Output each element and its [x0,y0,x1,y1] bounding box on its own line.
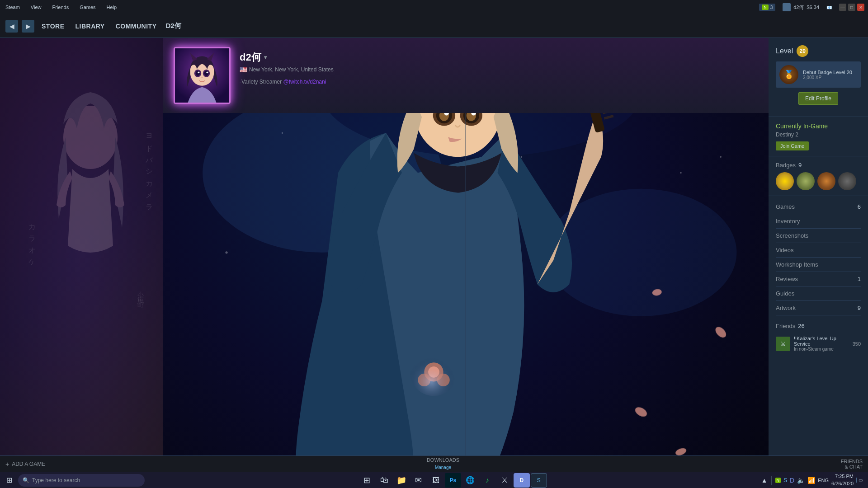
friend-item[interactable]: ⚔ !!Kalizar's Level Up Service In non-St… [776,333,861,354]
friends-chat-label: FRIENDS& CHAT [841,459,863,469]
menu-steam[interactable]: Steam [4,5,22,10]
stat-games[interactable]: Games 6 [776,200,861,214]
clock-time: 7:25 PM [835,474,854,479]
taskbar-app-steam[interactable]: S [531,473,547,488]
minimize-button[interactable]: — [839,4,846,11]
join-game-button[interactable]: Join Game [776,141,809,150]
add-game-button[interactable]: + ADD A GAME [5,460,45,468]
svg-point-55 [410,348,458,396]
taskbar-app-discord[interactable]: D [514,473,530,488]
badges-section: Badges 9 [769,156,868,196]
friend-avatar: ⚔ [776,337,790,351]
taskbar-app-mail[interactable]: ✉ [410,473,427,488]
tray-count: 3 [770,5,773,10]
title-bar: Steam View Friends Games Help N 3 d2何 $6… [0,0,868,14]
clock-date: 6/26/2020 [831,481,854,486]
location-text: New York, New York, United States [249,66,334,73]
tray-balance: $6.34 [807,5,819,10]
level-badge: 20 [797,45,808,57]
taskbar-app-photos[interactable]: 🖼 [428,473,444,488]
titlebar-right: N 3 d2何 $6.34 📧 — □ ✕ [759,3,864,11]
stat-videos[interactable]: Videos [776,243,861,258]
forward-button[interactable]: ▶ [22,20,34,33]
avatar-container [174,47,231,104]
taskbar-app-photoshop[interactable]: Ps [445,473,461,488]
taskbar-app-spotify[interactable]: ♪ [479,473,495,488]
stat-reviews[interactable]: Reviews 1 [776,272,861,286]
badge-row [776,172,861,190]
svg-point-24 [521,156,523,158]
flag-icon: 🇺🇸 [240,66,247,73]
main-content: カラオケ ヨドバシカメラ 小伝馬町 [0,38,868,472]
level-section: Level 20 🏅 Debut Badge Level 20 2,000 XP… [769,38,868,117]
friend-info: !!Kalizar's Level Up Service In non-Stea… [794,336,849,352]
nvidia-icon: N [762,5,769,10]
profile-dropdown-arrow[interactable]: ▾ [264,54,267,61]
system-clock: 7:25 PM 6/26/2020 [831,473,854,487]
search-bar[interactable]: 🔍 Type here to search [18,474,145,487]
stat-guides[interactable]: Guides [776,286,861,301]
debut-badge-xp: 2,000 XP [803,75,857,80]
edit-profile-button[interactable]: Edit Profile [798,92,838,105]
taskbar-app-store[interactable]: 🛍 [376,473,392,488]
friend-status: In non-Steam game [794,347,849,352]
back-button[interactable]: ◀ [5,20,18,33]
menu-games[interactable]: Games [78,5,97,10]
debut-badge-name: Debut Badge Level 20 [803,70,857,75]
tray-lang[interactable]: ENG [818,478,829,483]
stat-workshop[interactable]: Workshop Items [776,258,861,272]
svg-point-22 [720,156,722,158]
search-icon: 🔍 [23,477,29,483]
badge-gold[interactable] [776,172,794,190]
maximize-button[interactable]: □ [848,4,855,11]
tray-network[interactable]: 📶 [807,477,815,484]
taskbar-app-explorer[interactable]: 📁 [393,473,410,488]
jp-text-2: ヨドバシカメラ [144,128,154,211]
tray-small-icon: 📧 [826,5,832,10]
twitch-link[interactable]: @twitch.tv/d2nani [283,79,326,85]
community-nav-link[interactable]: COMMUNITY [112,21,160,32]
taskbar-app-chrome[interactable]: 🌐 [462,473,478,488]
stat-screenshots[interactable]: Screenshots [776,229,861,243]
taskbar-app-taskview[interactable]: ⊞ [359,473,375,488]
window-controls: — □ ✕ [839,4,864,11]
tray-chevron[interactable]: ▲ [761,477,768,484]
friend-name: !!Kalizar's Level Up Service [794,336,849,347]
downloads-area: DOWNLOADS Manage [427,457,459,471]
badge-dark[interactable] [838,172,856,190]
stats-section: Games 6 Inventory Screenshots Videos Wor… [769,196,868,319]
friends-chat-button[interactable]: FRIENDS& CHAT [841,459,863,469]
store-nav-link[interactable]: STORE [38,21,68,32]
avatar-image [175,48,229,103]
badges-title: Badges 9 [776,162,861,169]
menu-friends[interactable]: Friends [50,5,71,10]
show-desktop[interactable]: ▭ [856,478,863,483]
plus-icon: + [5,460,9,468]
add-game-label: ADD A GAME [12,461,45,467]
debut-badge-info: Debut Badge Level 20 2,000 XP [803,70,857,80]
close-button[interactable]: ✕ [857,4,864,11]
profile-artwork [163,113,769,472]
profile-location: 🇺🇸 New York, New York, United States [240,66,758,73]
svg-point-8 [196,71,200,76]
tray-volume[interactable]: 🔈 [797,477,805,484]
bottom-bar: + ADD A GAME DOWNLOADS Manage FRIENDS& C… [0,455,868,472]
start-button[interactable]: ⊞ [2,473,16,488]
library-nav-link[interactable]: LIBRARY [71,21,108,32]
profile-info: d2何 ▾ 🇺🇸 New York, New York, United Stat… [240,47,758,85]
navbar-username[interactable]: D2何 [166,22,181,30]
stat-artwork[interactable]: Artwork 9 [776,301,861,315]
stat-inventory[interactable]: Inventory [776,214,861,229]
bio-text: -Variety Streamer [240,79,282,85]
svg-point-10 [198,71,199,73]
jp-text-1: カラオケ [27,219,37,266]
menu-help[interactable]: Help [105,5,119,10]
taskbar-app-destiny[interactable]: ⚔ [496,473,513,488]
menu-view[interactable]: View [29,5,43,10]
search-placeholder: Type here to search [32,477,80,483]
level-title: Level 20 [776,45,861,57]
badge-bronze[interactable] [817,172,835,190]
tray-nvidia: N [775,478,781,483]
badge-verdant[interactable] [797,172,815,190]
manage-link[interactable]: Manage [435,465,451,470]
